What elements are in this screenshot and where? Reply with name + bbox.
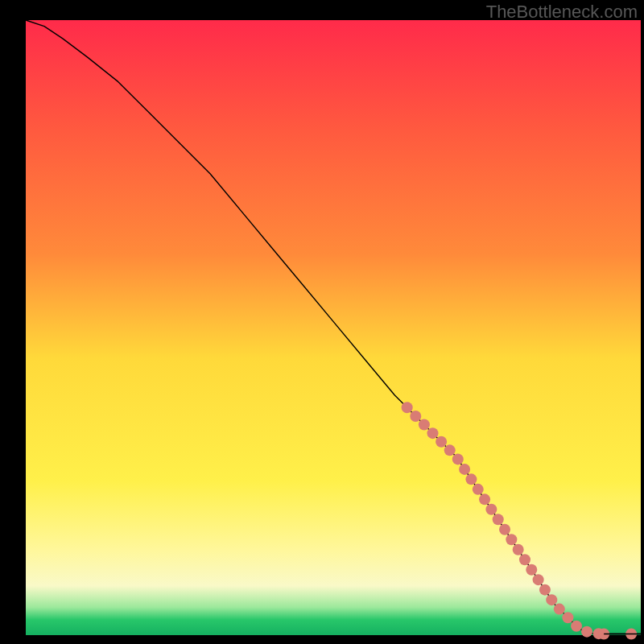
chart-dash-dot	[533, 574, 544, 585]
chart-dash-dot	[526, 564, 537, 576]
chart-dash-dot	[479, 493, 490, 505]
chart-dash-dot	[452, 453, 464, 464]
chart-dash-dot	[499, 524, 510, 535]
chart-dash-dot	[419, 419, 430, 431]
chart-dash-dot	[444, 444, 456, 456]
chart-dash-dot	[513, 544, 524, 555]
chart-stage: TheBottleneck.com	[0, 0, 644, 644]
chart-dash-dot	[473, 484, 484, 495]
chart-dash-dot	[519, 554, 530, 565]
chart-dash-dot	[436, 436, 447, 448]
chart-dash-dot	[539, 584, 551, 596]
chart-dash-dot	[562, 612, 573, 623]
chart-dash-dot	[571, 621, 582, 632]
chart-dash-dot	[485, 504, 497, 515]
chart-dash-dot	[493, 514, 504, 525]
chart-dash-dot	[506, 534, 517, 545]
chart-dash-dot	[402, 402, 413, 413]
chart-plot-bg	[26, 20, 641, 635]
chart-dash-dot	[581, 626, 592, 638]
chart-dash-dot	[427, 427, 439, 439]
chart-dash-dot	[554, 604, 565, 615]
chart-svg	[0, 0, 644, 644]
chart-dash-dot	[465, 473, 477, 485]
chart-dash-dot	[410, 411, 421, 422]
chart-dash-dot	[459, 464, 470, 475]
chart-dash-dot	[546, 594, 557, 605]
watermark-text: TheBottleneck.com	[486, 2, 638, 23]
